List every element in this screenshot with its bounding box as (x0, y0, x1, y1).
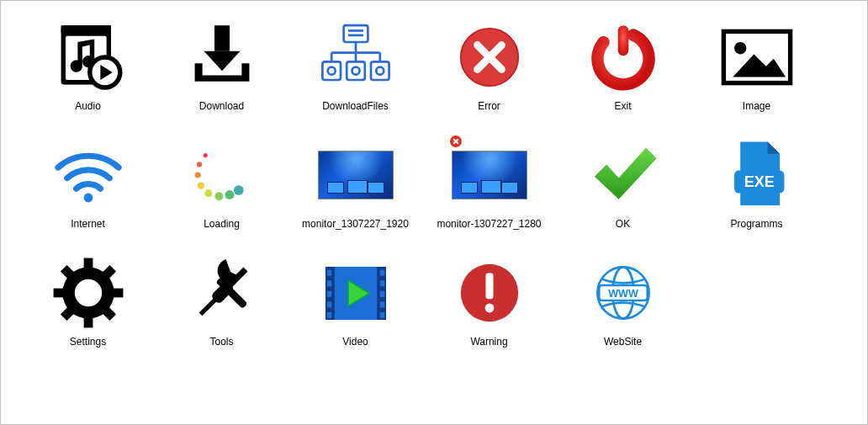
svg-text:WWW: WWW (608, 288, 638, 300)
error-icon (452, 19, 527, 95)
warning-icon (452, 255, 527, 331)
svg-marker-36 (594, 148, 656, 199)
svg-rect-19 (371, 61, 389, 80)
item-label: OK (616, 218, 630, 230)
svg-point-29 (196, 162, 201, 167)
item-settings[interactable]: Settings (23, 252, 153, 369)
exe-file-icon: EXE (719, 137, 795, 213)
svg-rect-54 (326, 280, 331, 286)
svg-rect-60 (379, 290, 384, 296)
item-label: monitor-1307227_1280 (437, 218, 541, 230)
svg-point-18 (352, 67, 359, 75)
error-badge-icon (450, 135, 462, 147)
loading-icon (184, 137, 260, 213)
item-label: Error (478, 100, 500, 112)
item-label: Tools (209, 336, 233, 348)
svg-rect-56 (326, 301, 331, 307)
item-label: DownloadFiles (322, 100, 389, 112)
svg-rect-15 (322, 61, 341, 80)
icon-view-panel: Audio Download DownloadFiles Error Exit (0, 0, 868, 425)
video-icon (318, 255, 394, 331)
svg-rect-39 (83, 258, 93, 270)
svg-point-32 (204, 189, 212, 197)
network-files-icon (318, 19, 394, 95)
svg-point-20 (376, 67, 384, 75)
svg-marker-26 (733, 54, 786, 77)
svg-rect-65 (485, 274, 493, 300)
power-icon (585, 19, 661, 95)
svg-point-25 (734, 42, 746, 54)
item-programms[interactable]: EXE Programms (691, 134, 822, 252)
item-monitor-1920[interactable]: monitor_1307227_1920 (290, 134, 421, 252)
svg-point-35 (233, 185, 243, 195)
svg-rect-7 (343, 25, 368, 42)
monitor-thumbnail-broken (452, 137, 527, 213)
svg-rect-42 (111, 289, 123, 298)
svg-rect-57 (326, 312, 331, 318)
monitor-thumbnail (318, 137, 394, 213)
item-warning[interactable]: Warning (424, 252, 554, 369)
item-label: Programms (730, 218, 782, 230)
tools-icon (184, 255, 260, 331)
item-label: Video (342, 336, 368, 348)
item-label: Exit (614, 100, 631, 112)
item-label: Internet (71, 218, 105, 230)
svg-rect-41 (53, 289, 65, 298)
svg-rect-53 (326, 269, 331, 275)
www-globe-icon: WWW (585, 255, 661, 331)
item-label: Download (199, 100, 244, 112)
item-monitor-1280[interactable]: monitor-1307227_1280 (424, 134, 554, 252)
item-label: Settings (70, 336, 106, 348)
item-internet[interactable]: Internet (23, 134, 153, 252)
svg-point-30 (194, 172, 200, 178)
svg-rect-49 (198, 298, 217, 316)
svg-point-34 (225, 190, 234, 199)
svg-marker-6 (204, 51, 240, 71)
image-icon (719, 19, 795, 95)
item-image[interactable]: Image (691, 16, 822, 134)
svg-point-27 (83, 194, 93, 203)
svg-rect-62 (379, 312, 384, 318)
svg-rect-23 (617, 25, 628, 56)
download-icon (184, 19, 260, 95)
item-audio[interactable]: Audio (23, 16, 153, 134)
svg-rect-1 (61, 25, 110, 33)
item-label: Loading (204, 218, 240, 230)
svg-rect-61 (379, 301, 384, 307)
svg-point-28 (203, 153, 207, 157)
item-download[interactable]: Download (156, 16, 287, 134)
item-label: Warning (470, 336, 507, 348)
svg-rect-17 (347, 61, 365, 80)
svg-text:EXE: EXE (744, 173, 774, 190)
gear-icon (50, 255, 126, 331)
svg-rect-5 (214, 25, 230, 51)
item-loading[interactable]: Loading (156, 134, 287, 252)
item-error[interactable]: Error (424, 16, 554, 134)
svg-point-33 (214, 192, 223, 200)
svg-rect-55 (326, 290, 331, 296)
item-label: monitor_1307227_1920 (302, 218, 409, 230)
wifi-icon (50, 137, 126, 213)
svg-point-66 (484, 304, 494, 313)
item-ok[interactable]: OK (558, 134, 688, 252)
checkmark-icon (585, 137, 661, 213)
item-website[interactable]: WWW WebSite (558, 252, 688, 369)
svg-rect-40 (83, 316, 93, 327)
item-exit[interactable]: Exit (558, 16, 688, 134)
item-label: WebSite (604, 336, 642, 348)
svg-point-16 (327, 67, 335, 75)
item-label: Image (743, 100, 770, 112)
audio-icon (50, 19, 126, 95)
item-label: Audio (75, 100, 101, 112)
item-video[interactable]: Video (290, 252, 421, 369)
icon-grid: Audio Download DownloadFiles Error Exit (1, 1, 867, 385)
svg-rect-59 (379, 280, 384, 286)
svg-point-31 (197, 183, 204, 189)
svg-rect-58 (379, 269, 384, 275)
item-downloadfiles[interactable]: DownloadFiles (290, 16, 421, 134)
item-tools[interactable]: Tools (156, 252, 287, 369)
